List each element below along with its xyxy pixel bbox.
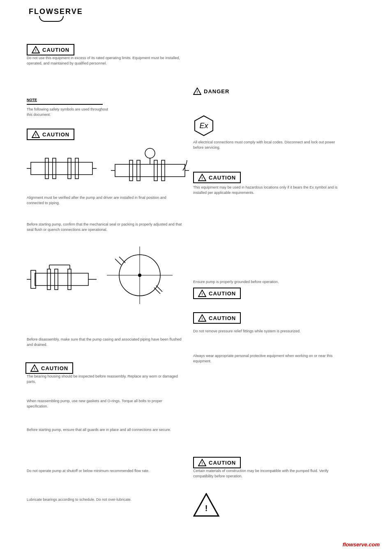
valve-diagram-svg-3 <box>27 255 97 304</box>
caution-triangle-icon-4: ! <box>198 290 206 297</box>
danger-badge: ! DANGER <box>193 88 229 95</box>
caution-triangle-icon-7: ! <box>198 459 206 466</box>
ex-hexagon-icon: Ex <box>193 115 214 136</box>
caution-badge-5: ! CAUTION <box>193 312 241 324</box>
caution-triangle-icon-6: ! <box>30 364 39 372</box>
text-block-4: Alignment must be verified after the pum… <box>27 195 183 205</box>
caution-triangle-icon-1: ! <box>32 46 40 53</box>
ex-symbol: Ex <box>193 115 214 138</box>
caution-badge-2: ! CAUTION <box>27 129 74 140</box>
text-block-right2: This equipment may be used in hazardous … <box>193 185 345 195</box>
svg-line-41 <box>115 259 121 265</box>
svg-rect-21 <box>137 160 140 181</box>
caution-label-3: CAUTION <box>209 175 236 181</box>
svg-rect-19 <box>115 164 185 177</box>
svg-text:!: ! <box>35 48 37 53</box>
svg-text:!: ! <box>197 90 198 94</box>
caution-label-7: CAUTION <box>209 460 236 466</box>
diagram-valve-1 <box>27 148 97 191</box>
flowserve-logo: FLOWSERVE <box>29 7 74 22</box>
caution-label-5: CAUTION <box>209 315 236 321</box>
danger-triangle-icon: ! <box>193 88 201 95</box>
svg-text:Ex: Ex <box>199 122 208 130</box>
valve-diagram-svg-1 <box>27 148 97 189</box>
logo-arc <box>39 16 64 22</box>
text-block-11: Do not operate pump at shutoff or below … <box>27 468 183 474</box>
text-block-7: Before disassembly, make sure that the p… <box>27 337 183 347</box>
text-block-9: When reassembling pump, use new gaskets … <box>27 398 183 409</box>
text-block-5: Before starting pump, confirm that the m… <box>27 222 183 232</box>
caution-badge-4: ! CAUTION <box>193 288 241 299</box>
caution-label-6: CAUTION <box>41 365 68 371</box>
caution-label-2: CAUTION <box>42 131 69 138</box>
svg-rect-26 <box>35 273 88 286</box>
cross-section-svg <box>107 246 173 304</box>
text-block-right1: All electrical connections must comply w… <box>193 140 345 150</box>
large-triangle-icon: ! <box>193 493 220 518</box>
text-block-8: The bearing housing should be inspected … <box>27 374 183 384</box>
svg-line-40 <box>119 257 125 263</box>
svg-rect-20 <box>129 160 133 181</box>
text-block-10: Before starting pump, ensure that all gu… <box>27 427 183 433</box>
caution-triangle-icon-3: ! <box>198 174 206 181</box>
svg-rect-22 <box>154 160 157 181</box>
svg-rect-10 <box>31 162 92 175</box>
diagram-valve-3 <box>27 255 97 306</box>
svg-text:!: ! <box>202 461 203 465</box>
svg-rect-14 <box>75 158 78 179</box>
caution-badge-3: ! CAUTION <box>193 172 241 183</box>
text-block-right5: Always wear appropriate personal protect… <box>193 353 345 364</box>
svg-rect-28 <box>47 269 51 290</box>
page: FLOWSERVE ! CAUTION Do not use this equi… <box>0 0 392 555</box>
text-block-1: Do not use this equipment in excess of i… <box>27 55 183 66</box>
text-block-3: The following safety symbols are used th… <box>27 107 109 117</box>
caution-badge-6: ! CAUTION <box>25 362 73 374</box>
svg-text:!: ! <box>34 367 35 371</box>
svg-rect-11 <box>45 158 48 179</box>
text-block-right3: Ensure pump is properly grounded before … <box>193 279 345 285</box>
text-block-12: Lubricate bearings according to schedule… <box>27 497 183 502</box>
caution-badge-7: ! CAUTION <box>193 457 241 468</box>
svg-rect-12 <box>53 158 56 179</box>
logo-text: FLOWSERVE <box>29 7 74 16</box>
large-warning-triangle: ! <box>193 493 220 519</box>
caution-badge-1: ! CAUTION <box>27 44 74 55</box>
svg-rect-30 <box>68 269 71 290</box>
danger-label: DANGER <box>204 88 229 94</box>
caution-label-4: CAUTION <box>209 290 236 297</box>
svg-rect-23 <box>161 160 165 181</box>
underline-divider <box>27 104 103 105</box>
svg-text:!: ! <box>202 292 203 296</box>
diagram-cross-section <box>107 246 173 306</box>
svg-rect-13 <box>68 158 71 179</box>
caution-triangle-icon-5: ! <box>198 314 206 322</box>
valve-diagram-svg-2 <box>111 146 189 195</box>
svg-point-17 <box>145 148 155 158</box>
footer-url: flowserve.com <box>343 541 380 548</box>
text-block-right6: Certain materials of construction may be… <box>193 468 345 479</box>
svg-text:!: ! <box>205 504 208 513</box>
svg-text:!: ! <box>35 133 37 137</box>
caution-label-1: CAUTION <box>42 47 69 53</box>
text-block-right4: Do not remove pressure relief fittings w… <box>193 329 345 334</box>
svg-rect-29 <box>55 269 58 290</box>
svg-text:!: ! <box>202 176 203 180</box>
diagram-valve-2 <box>111 146 189 197</box>
svg-text:!: ! <box>202 317 203 321</box>
caution-triangle-icon-2: ! <box>32 131 40 138</box>
note-heading: NOTE <box>27 98 37 102</box>
